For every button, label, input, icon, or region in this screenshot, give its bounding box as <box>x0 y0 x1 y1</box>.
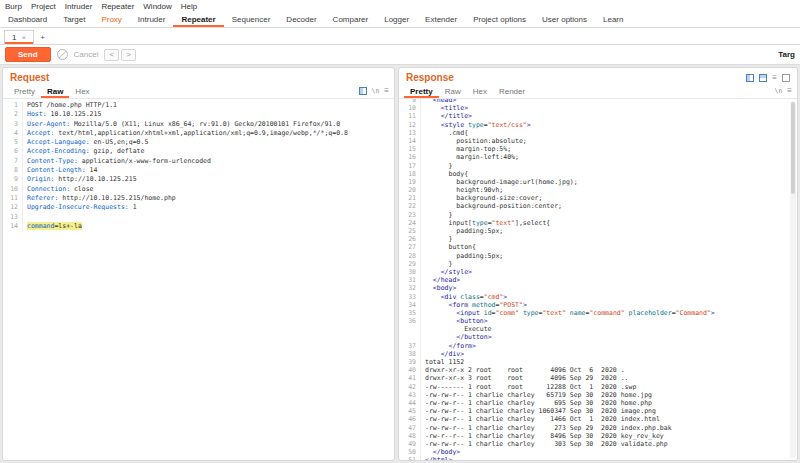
request-code-line[interactable]: 5Accept-Language: en-US,en;q=0.5 <box>3 138 394 147</box>
line-number: 4 <box>3 129 22 138</box>
response-scroll-thumb[interactable] <box>791 102 795 194</box>
line-number: 41 <box>399 374 420 382</box>
request-code-line[interactable]: 14command=ls+-la <box>3 222 394 231</box>
response-code-line: 45-rw-rw-r-- 1 charlie charley 1060347 S… <box>399 407 797 415</box>
tab-extender[interactable]: Extender <box>417 12 465 27</box>
tab-repeater[interactable]: Repeater <box>173 12 223 27</box>
line-number: 48 <box>399 432 420 440</box>
response-editor-menu-icon[interactable]: ≡ <box>787 87 792 95</box>
request-code-line[interactable]: 1POST /home.php HTTP/1.1 <box>3 101 394 110</box>
tab-user-options[interactable]: User options <box>534 12 595 27</box>
tab-intruder[interactable]: Intruder <box>130 12 174 27</box>
menu-project[interactable]: Project <box>31 2 56 11</box>
line-number: 49 <box>399 440 420 448</box>
line-number: 21 <box>399 194 420 202</box>
editor-panels: Request PrettyRawHex \n ≡ 1POST /home.ph… <box>0 65 800 463</box>
response-editor[interactable]: 9 <head>10 <title>11 </title>12 <style t… <box>399 99 797 460</box>
send-button[interactable]: Send <box>5 47 51 62</box>
tab-logger[interactable]: Logger <box>376 12 417 27</box>
request-code-line[interactable]: 12Upgrade-Insecure-Requests: 1 <box>3 203 394 212</box>
request-editor[interactable]: 1POST /home.php HTTP/1.12Host: 10.10.125… <box>3 99 394 460</box>
line-number: 27 <box>399 243 420 251</box>
maximize-icon[interactable] <box>782 74 790 82</box>
response-code-line: 44-rw-rw-r-- 1 charlie charley 695 Sep 3… <box>399 399 797 407</box>
response-tab-render[interactable]: Render <box>493 84 531 98</box>
line-text: margin-left:40%; <box>420 153 519 161</box>
request-editor-menu-icon[interactable]: ≡ <box>384 87 389 95</box>
tab-decoder[interactable]: Decoder <box>278 12 324 27</box>
request-wrap-toggle-icon[interactable]: \n <box>372 87 380 95</box>
cancel-button[interactable]: Cancel <box>74 50 99 59</box>
response-code-line: 16 margin-left:40%; <box>399 153 797 161</box>
add-tab-button[interactable]: + <box>34 31 51 44</box>
close-tab-icon[interactable]: × <box>21 33 26 42</box>
request-code-line[interactable]: 3User-Agent: Mozilla/5.0 (X11; Linux x86… <box>3 120 394 129</box>
menu-intruder[interactable]: Intruder <box>65 2 93 11</box>
tab-sequencer[interactable]: Sequencer <box>224 12 279 27</box>
request-code-line[interactable]: 9Origin: http://10.10.125.215 <box>3 175 394 184</box>
request-code-line[interactable]: 11Referer: http://10.10.125.215/home.php <box>3 194 394 203</box>
response-code-line: 31 </head> <box>399 276 797 284</box>
response-code-line: 24 input[type="text"],select{ <box>399 219 797 227</box>
tab-proxy[interactable]: Proxy <box>93 12 129 27</box>
line-number: 30 <box>399 268 420 276</box>
response-code-line: 30 </style> <box>399 268 797 276</box>
tab-comparer[interactable]: Comparer <box>325 12 377 27</box>
tab-project-options[interactable]: Project options <box>465 12 534 27</box>
line-number: 12 <box>399 121 420 129</box>
response-wrap-toggle-icon[interactable]: \n <box>775 87 783 95</box>
line-number: 8 <box>3 166 22 175</box>
response-code-line: 22 background-position:center; <box>399 202 797 210</box>
line-number: 34 <box>399 301 420 309</box>
line-text: input[type="text"],select{ <box>420 219 550 227</box>
menu-help[interactable]: Help <box>181 2 197 11</box>
repeater-tab-1[interactable]: 1 × <box>4 30 34 44</box>
layout-menu-icon[interactable]: ≡ <box>772 74 777 82</box>
response-tabs-row: PrettyRawHexRender \n ≡ <box>399 84 797 99</box>
request-tab-raw[interactable]: Raw <box>41 84 69 98</box>
request-code-line[interactable]: 13 <box>3 213 394 222</box>
response-code-line: 19 background-image:url(home.jpg); <box>399 178 797 186</box>
response-code-line: 42-rw------- 1 root root 12288 Oct 1 202… <box>399 383 797 391</box>
request-code-line[interactable]: 6Accept-Encoding: gzip, deflate <box>3 147 394 156</box>
response-tab-pretty[interactable]: Pretty <box>404 84 439 98</box>
line-number: 46 <box>399 415 420 423</box>
response-tab-raw[interactable]: Raw <box>439 84 467 98</box>
menu-burp[interactable]: Burp <box>5 2 22 11</box>
request-code-line[interactable]: 2Host: 10.10.125.215 <box>3 110 394 119</box>
line-text: Accept: text/html,application/xhtml+xml,… <box>22 129 348 138</box>
line-number: 42 <box>399 383 420 391</box>
request-tab-hex[interactable]: Hex <box>69 84 95 98</box>
request-tab-pretty[interactable]: Pretty <box>8 84 41 98</box>
next-request-button[interactable]: > <box>121 49 136 61</box>
line-text: padding:5px; <box>420 227 503 235</box>
menu-window[interactable]: Window <box>143 2 171 11</box>
tab-dashboard[interactable]: Dashboard <box>0 12 55 27</box>
line-text: <title> <box>420 104 468 112</box>
line-text: padding:5px; <box>420 252 503 260</box>
line-number: 35 <box>399 309 420 317</box>
line-number: 9 <box>3 175 22 184</box>
tab-learn[interactable]: Learn <box>595 12 631 27</box>
line-number: 10 <box>3 185 22 194</box>
request-code-line[interactable]: 8Content-Length: 14 <box>3 166 394 175</box>
line-text: User-Agent: Mozilla/5.0 (X11; Linux x86_… <box>22 120 340 129</box>
line-number: 50 <box>399 448 420 456</box>
layout-rows-icon[interactable] <box>759 74 767 82</box>
prev-request-button[interactable]: < <box>104 49 119 61</box>
response-code-line: 17 } <box>399 162 797 170</box>
menu-repeater[interactable]: Repeater <box>101 2 134 11</box>
request-code-line[interactable]: 7Content-Type: application/x-www-form-ur… <box>3 157 394 166</box>
tab-target[interactable]: Target <box>55 12 93 27</box>
response-tab-hex[interactable]: Hex <box>467 84 493 98</box>
layout-columns-icon[interactable] <box>746 74 754 82</box>
cancel-circle-icon[interactable] <box>57 49 68 60</box>
inspector-toggle-icon[interactable] <box>359 87 367 95</box>
response-scrollbar[interactable] <box>790 101 796 458</box>
line-number: 6 <box>3 147 22 156</box>
line-number: 36 <box>399 317 420 325</box>
line-text: } <box>420 260 452 268</box>
request-code-line[interactable]: 10Connection: close <box>3 185 394 194</box>
response-code-line: 37 </form> <box>399 342 797 350</box>
request-code-line[interactable]: 4Accept: text/html,application/xhtml+xml… <box>3 129 394 138</box>
